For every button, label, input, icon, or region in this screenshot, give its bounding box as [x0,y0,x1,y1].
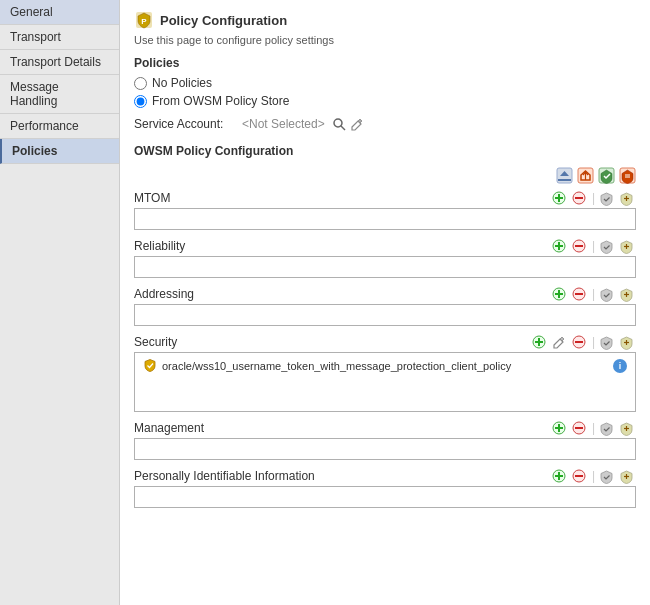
from-owsm-label: From OWSM Policy Store [152,94,289,108]
add-reliability-icon[interactable] [551,238,567,254]
global-icon-4[interactable] [618,166,636,184]
policy-section-header-security: Security| [134,334,636,350]
policy-section-name-security: Security [134,335,177,349]
service-account-search-icon[interactable] [331,116,347,132]
from-owsm-radio[interactable] [134,95,147,108]
shield2-security-icon[interactable] [618,334,634,350]
policy-section-actions-mtom: | [551,190,636,206]
policies-radio-group: No Policies From OWSM Policy Store [134,76,636,108]
policy-input-mtom [134,208,636,230]
global-toolbar [134,166,636,184]
policy-input-addressing [134,304,636,326]
policy-input-security: oracle/wss10_username_token_with_message… [134,352,636,412]
no-policies-radio[interactable] [134,77,147,90]
shield1-management-icon[interactable] [598,420,614,436]
policy-section-header-reliability: Reliability| [134,238,636,254]
global-icon-2[interactable] [576,166,594,184]
global-icon-1[interactable] [555,166,573,184]
shield2-addressing-icon[interactable] [618,286,634,302]
policy-section-actions-pii: | [551,468,636,484]
add-pii-icon[interactable] [551,468,567,484]
sidebar-item-transport-details[interactable]: Transport Details [0,50,119,75]
divider-security: | [592,335,595,349]
shield1-mtom-icon[interactable] [598,190,614,206]
shield1-addressing-icon[interactable] [598,286,614,302]
service-account-value: <Not Selected> [242,117,325,131]
no-policies-label: No Policies [152,76,212,90]
policy-config-icon: P [134,10,154,30]
svg-rect-5 [558,179,571,181]
remove-addressing-icon[interactable] [571,286,587,302]
divider-pii: | [592,469,595,483]
policy-input-reliability [134,256,636,278]
policy-sections: MTOM|Reliability|Addressing|Security|ora… [134,190,636,508]
page-subtitle: Use this page to configure policy settin… [134,34,636,46]
page-header: P Policy Configuration [134,10,636,30]
policy-input-management [134,438,636,460]
policy-section-header-mtom: MTOM| [134,190,636,206]
sidebar-item-message-handling[interactable]: Message Handling [0,75,119,114]
owsm-section-title: OWSM Policy Configuration [134,144,636,158]
policy-section-addressing: Addressing| [134,286,636,326]
remove-management-icon[interactable] [571,420,587,436]
policy-section-actions-management: | [551,420,636,436]
policy-section-mtom: MTOM| [134,190,636,230]
page-title: Policy Configuration [160,13,287,28]
divider-mtom: | [592,191,595,205]
info-icon[interactable]: i [613,359,627,373]
policy-section-name-addressing: Addressing [134,287,194,301]
svg-text:P: P [141,17,147,26]
sidebar-item-general[interactable]: General [0,0,119,25]
add-management-icon[interactable] [551,420,567,436]
policies-section-label: Policies [134,56,636,70]
shield2-management-icon[interactable] [618,420,634,436]
policy-section-name-pii: Personally Identifiable Information [134,469,315,483]
main-content: P Policy Configuration Use this page to … [120,0,650,605]
shield2-reliability-icon[interactable] [618,238,634,254]
policy-section-header-management: Management| [134,420,636,436]
policy-section-reliability: Reliability| [134,238,636,278]
svg-line-3 [341,126,345,130]
shield2-pii-icon[interactable] [618,468,634,484]
service-account-label: Service Account: [134,117,234,131]
service-account-edit-icon[interactable] [349,116,365,132]
sidebar-item-policies[interactable]: Policies [0,139,119,164]
remove-mtom-icon[interactable] [571,190,587,206]
shield1-pii-icon[interactable] [598,468,614,484]
policy-entry: oracle/wss10_username_token_with_message… [139,355,631,377]
edit-security-icon[interactable] [551,334,567,350]
sidebar: GeneralTransportTransport DetailsMessage… [0,0,120,605]
add-mtom-icon[interactable] [551,190,567,206]
policy-section-name-mtom: MTOM [134,191,170,205]
policy-section-actions-addressing: | [551,286,636,302]
remove-security-icon[interactable] [571,334,587,350]
shield1-security-icon[interactable] [598,334,614,350]
divider-addressing: | [592,287,595,301]
divider-management: | [592,421,595,435]
policy-section-security: Security|oracle/wss10_username_token_wit… [134,334,636,412]
policy-entry-shield-icon [143,358,157,374]
svg-point-2 [334,119,342,127]
policy-section-actions-reliability: | [551,238,636,254]
policy-section-actions-security: | [531,334,636,350]
radio-owsm[interactable]: From OWSM Policy Store [134,94,636,108]
service-account-row: Service Account: <Not Selected> [134,116,636,132]
add-addressing-icon[interactable] [551,286,567,302]
remove-pii-icon[interactable] [571,468,587,484]
divider-reliability: | [592,239,595,253]
policy-section-name-reliability: Reliability [134,239,185,253]
policy-entry-text: oracle/wss10_username_token_with_message… [162,360,613,372]
add-security-icon[interactable] [531,334,547,350]
radio-no-policies[interactable]: No Policies [134,76,636,90]
policy-section-header-pii: Personally Identifiable Information| [134,468,636,484]
global-icon-3[interactable] [597,166,615,184]
shield1-reliability-icon[interactable] [598,238,614,254]
policy-section-pii: Personally Identifiable Information| [134,468,636,508]
remove-reliability-icon[interactable] [571,238,587,254]
policy-section-name-management: Management [134,421,204,435]
policy-section-management: Management| [134,420,636,460]
policy-section-header-addressing: Addressing| [134,286,636,302]
sidebar-item-performance[interactable]: Performance [0,114,119,139]
sidebar-item-transport[interactable]: Transport [0,25,119,50]
shield2-mtom-icon[interactable] [618,190,634,206]
